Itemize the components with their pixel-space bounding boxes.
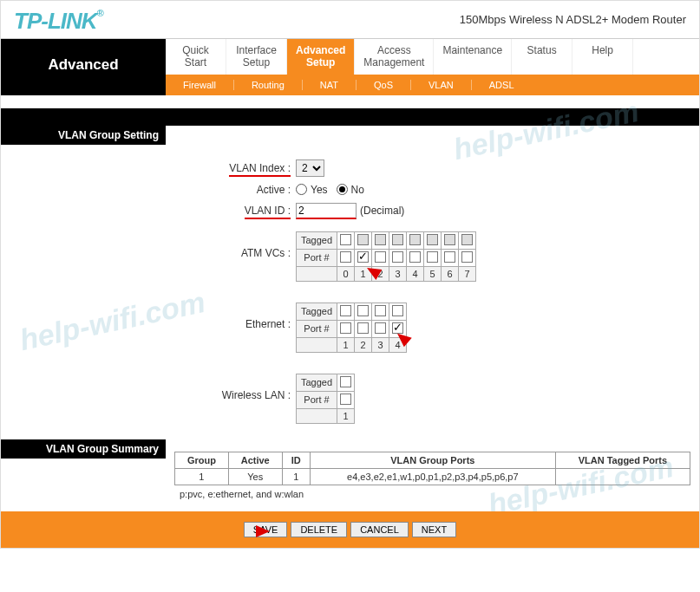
summary-col: VLAN Tagged Ports [555,452,690,468]
wlan-grid-tagged-0[interactable] [340,376,351,387]
eth-grid-tagged-0[interactable] [340,305,351,316]
eth-grid-tagged-1[interactable] [357,305,369,316]
atm-grid-port-3[interactable] [392,251,403,263]
ethernet-port-grid: TaggedPort #1234 [296,303,407,353]
atm-grid-port-2[interactable] [375,251,386,263]
active-label: Active : [183,184,296,196]
summary-col: Active [228,452,282,468]
product-name: 150Mbps Wireless N ADSL2+ Modem Router [460,13,686,26]
cancel-button[interactable]: CANCEL [350,522,409,537]
atm-grid-tagged-0[interactable] [340,234,351,245]
logo: TP-LINK® [14,8,103,35]
sub-tab-routing[interactable]: Routing [234,80,303,90]
vlan-id-suffix: (Decimal) [360,205,404,217]
atm-grid-tagged-2[interactable] [375,234,386,245]
atm-grid-tagged-4[interactable] [409,234,421,245]
vlan-index-select[interactable]: 2 [296,159,324,177]
eth-grid-tagged-2[interactable] [375,305,386,316]
atm-grid-port-7[interactable] [461,251,473,263]
eth-grid-port-2[interactable] [375,322,386,334]
wlan-port-grid: TaggedPort #1 [296,374,355,424]
main-tab-help[interactable]: Help [572,39,633,75]
summary-cell: e4,e3,e2,e1,w1,p0,p1,p2,p3,p4,p5,p6,p7 [310,468,555,485]
section-vlan-group-summary: VLAN Group Summary [1,439,166,459]
main-tab-status[interactable]: Status [512,39,572,75]
atm-grid-tagged-5[interactable] [427,234,438,245]
summary-col: ID [282,452,310,468]
vlan-summary-table: GroupActiveIDVLAN Group PortsVLAN Tagged… [174,452,690,485]
atm-grid-port-0[interactable] [340,251,351,263]
summary-cell: 1 [282,468,310,485]
sub-tab-nat[interactable]: NAT [303,80,357,90]
atm-grid-port-5[interactable] [427,251,438,263]
summary-cell: Yes [228,468,282,485]
vlan-id-input[interactable] [296,203,357,219]
atm-grid-port-6[interactable] [444,251,455,263]
delete-button[interactable]: DELETE [291,522,347,537]
arrow-indicator [218,522,270,541]
ethernet-label: Ethernet : [183,303,296,330]
summary-cell: 1 [175,468,229,485]
section-vlan-group-setting: VLAN Group Setting [1,126,166,145]
active-yes-radio[interactable] [296,184,307,195]
next-button[interactable]: NEXT [412,522,456,537]
sub-tab-adsl[interactable]: ADSL [472,80,532,90]
sub-tab-qos[interactable]: QoS [357,80,411,90]
main-tab-interface-setup[interactable]: Interface Setup [226,39,287,75]
summary-col: VLAN Group Ports [310,452,555,468]
main-tab-advanced-setup[interactable]: Advanced Setup [287,39,355,75]
main-tab-access-management[interactable]: Access Management [355,39,434,75]
vlan-index-label: VLAN Index : [229,162,291,177]
nav-section-label: Advanced [1,39,166,95]
active-no-text: No [351,184,364,196]
atm-grid-port-1[interactable] [357,251,369,263]
atm-grid-tagged-3[interactable] [392,234,403,245]
main-tab-quick-start[interactable]: Quick Start [166,39,226,75]
atm-vcs-label: ATM VCs : [183,231,296,259]
active-yes-text: Yes [311,184,328,196]
summary-legend: p:pvc, e:ethernet, and w:wlan [174,485,690,499]
summary-col: Group [175,452,229,468]
active-no-radio[interactable] [337,184,348,195]
eth-grid-tagged-3[interactable] [392,305,403,316]
atm-grid-tagged-7[interactable] [461,234,473,245]
atm-grid-tagged-6[interactable] [444,234,455,245]
atm-grid-tagged-1[interactable] [357,234,369,245]
main-tab-maintenance[interactable]: Maintenance [434,39,512,75]
sub-tab-vlan[interactable]: VLAN [411,80,472,90]
sub-tab-firewall[interactable]: Firewall [166,80,234,90]
wireless-lan-label: Wireless LAN : [183,374,296,401]
vlan-id-label: VLAN ID : [245,205,291,219]
eth-grid-port-1[interactable] [357,322,369,334]
atm-grid-port-4[interactable] [409,251,421,263]
eth-grid-port-0[interactable] [340,322,351,334]
wlan-grid-port-0[interactable] [340,394,351,405]
summary-cell [555,468,690,485]
